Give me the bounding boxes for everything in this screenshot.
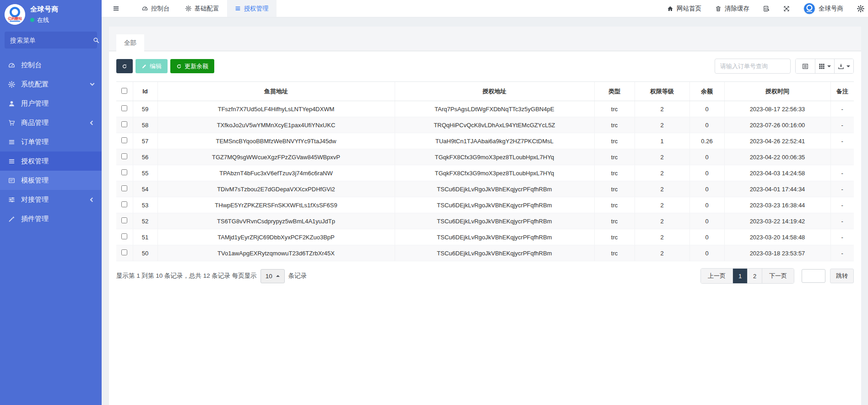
detail-view-button[interactable]: [796, 59, 815, 73]
table-header-row: Id 鱼苗地址 授权地址 类型 权限等级 余额 授权时间 备注: [116, 82, 854, 101]
fullscreen-button[interactable]: [783, 5, 790, 12]
page-size-select[interactable]: 10: [260, 269, 285, 283]
table-row[interactable]: 53 THwpE5YrZPKZERSFnSKXWFtLs1fXsSF6S9 TS…: [116, 197, 854, 213]
table-row[interactable]: 56 TGZ7MQ9sgWWcueXgzFPzZGVaw845WBpxvP TG…: [116, 149, 854, 165]
row-checkbox[interactable]: [121, 153, 127, 159]
cell-remark: [830, 149, 854, 165]
table-row[interactable]: 50 TVo1awApgEXRytzqmowuT23d6TZrbXr45X TS…: [116, 245, 854, 261]
app-status: 在线: [30, 16, 59, 24]
cell-auth-address: TGqkFX8Cfx3G9moX3pez8TLoubHpxL7HYq: [395, 149, 594, 165]
jump-page-input[interactable]: [802, 269, 825, 283]
avatar: [803, 3, 815, 15]
menu-search-input[interactable]: [10, 37, 93, 44]
table-row[interactable]: 51 TAMjd1yEyrZRjC69DbbXyxPCF2KZuo3BpP TS…: [116, 229, 854, 245]
row-checkbox[interactable]: [121, 249, 127, 255]
page-2-button[interactable]: 2: [747, 269, 762, 283]
tab-basic-config[interactable]: 基础配置: [178, 0, 227, 17]
tab-authorization[interactable]: 授权管理: [227, 0, 277, 17]
sliders-icon: [8, 196, 16, 203]
row-checkbox[interactable]: [121, 185, 127, 191]
search-icon[interactable]: [93, 37, 99, 43]
export-button[interactable]: [834, 59, 853, 73]
cell-auth-address: TGqkFX8Cfx3G9moX3pez8TLoubHpxL7HYq: [395, 165, 594, 181]
cell-permission-level: 2: [635, 101, 689, 117]
update-balance-button[interactable]: 更新余额: [170, 59, 214, 73]
user-menu[interactable]: 全球号商: [803, 3, 843, 15]
app-logo[interactable]: 亿码糖站: [5, 4, 25, 25]
column-header-auth-time[interactable]: 授权时间: [724, 82, 830, 101]
edit-button[interactable]: 编辑: [136, 59, 168, 73]
column-header-fry-address[interactable]: 鱼苗地址: [157, 82, 395, 101]
home-icon: [667, 5, 673, 12]
select-all-checkbox[interactable]: [121, 88, 127, 94]
tab-dashboard[interactable]: 控制台: [134, 0, 178, 17]
table-row[interactable]: 52 TS6TG8vVRvnCsdprypyz5wBmL4A1yuJdTp TS…: [116, 213, 854, 229]
row-checkbox[interactable]: [121, 121, 127, 127]
table-tools: [795, 59, 854, 74]
cart-icon: [8, 119, 16, 126]
sidebar-item[interactable]: 控制台: [0, 55, 102, 75]
clear-cache-button[interactable]: 清除缓存: [715, 5, 749, 13]
column-header-permission-level[interactable]: 权限等级: [635, 82, 689, 101]
refresh-button[interactable]: [116, 59, 133, 73]
sidebar-item[interactable]: 用户管理: [0, 94, 102, 113]
table-row[interactable]: 55 TPAbznT4bFuc3xV6efTzuv3j74m6c6raNW TG…: [116, 165, 854, 181]
column-header-type[interactable]: 类型: [594, 82, 635, 101]
refresh-page-button[interactable]: [763, 5, 770, 12]
column-header-id[interactable]: Id: [133, 82, 157, 101]
row-checkbox[interactable]: [121, 201, 127, 207]
cell-remark: -: [830, 101, 854, 117]
sidebar-header: 亿码糖站 全球号商 在线: [0, 0, 102, 27]
cell-auth-address: TRQqHiPCvQcK8vLDhAxL94YtEMcGZYcL5Z: [395, 117, 594, 133]
sidebar-item[interactable]: 商品管理: [0, 113, 102, 132]
cell-type: trc: [594, 197, 635, 213]
detail-view-icon: [802, 63, 808, 70]
sidebar-item[interactable]: 插件管理: [0, 209, 102, 228]
sidebar-item[interactable]: 模板管理: [0, 171, 102, 190]
prev-page-button[interactable]: 上一页: [701, 269, 732, 283]
row-checkbox[interactable]: [121, 233, 127, 239]
sidebar-item[interactable]: 订单管理: [0, 132, 102, 151]
table-row[interactable]: 59 TFszfn7X7Ud5oLF4HifhyLsLNTYep4DXWM TA…: [116, 101, 854, 117]
cell-fry-address: TDivM7sTzbou2E7dGDepaVXXcxPDHfGVi2: [157, 181, 395, 197]
row-checkbox[interactable]: [121, 105, 127, 111]
sidebar-toggle-button[interactable]: [102, 0, 128, 17]
topbar-tabs: 控制台 基础配置 授权管理: [134, 0, 277, 17]
column-header-balance[interactable]: 余额: [689, 82, 724, 101]
cell-permission-level: 2: [635, 165, 689, 181]
columns-button[interactable]: [815, 59, 834, 73]
cell-id: 53: [133, 197, 157, 213]
order-search-input[interactable]: [715, 59, 791, 74]
cell-id: 55: [133, 165, 157, 181]
sidebar-item[interactable]: 授权管理: [0, 151, 102, 171]
cell-remark: -: [830, 165, 854, 181]
cell-type: trc: [594, 181, 635, 197]
table-row[interactable]: 57 TEMSncBYqooBBMfzWeBNVYfYc9TtaJ45dw TU…: [116, 133, 854, 149]
caret-down-icon: [846, 65, 850, 67]
online-status-label: 在线: [37, 16, 49, 24]
list-icon: [8, 139, 16, 146]
column-header-auth-address[interactable]: 授权地址: [395, 82, 594, 101]
cell-type: trc: [594, 117, 635, 133]
app-title: 全球号商: [30, 5, 59, 14]
column-header-remark[interactable]: 备注: [830, 82, 854, 101]
cell-permission-level: 2: [635, 181, 689, 197]
table-row[interactable]: 54 TDivM7sTzbou2E7dGDepaVXXcxPDHfGVi2 TS…: [116, 181, 854, 197]
cell-type: trc: [594, 133, 635, 149]
site-home-link[interactable]: 网站首页: [667, 5, 701, 13]
table-row[interactable]: 58 TXfkoJo2uV5wYMMnXcyE1pax4UfiYNxUKC TR…: [116, 117, 854, 133]
cell-fry-address: TEMSncBYqooBBMfzWeBNVYfYc9TtaJ45dw: [157, 133, 395, 149]
tab-all[interactable]: 全部: [116, 34, 144, 51]
jump-button[interactable]: 跳转: [830, 269, 854, 283]
settings-menu[interactable]: [857, 5, 864, 12]
row-checkbox[interactable]: [121, 137, 127, 143]
sidebar-item[interactable]: 系统配置: [0, 75, 102, 94]
sidebar-item[interactable]: 对接管理: [0, 190, 102, 209]
refresh-icon: [122, 64, 127, 69]
next-page-button[interactable]: 下一页: [762, 269, 794, 283]
cell-balance: 0: [689, 213, 724, 229]
dashboard-icon: [8, 62, 16, 69]
row-checkbox[interactable]: [121, 217, 127, 223]
row-checkbox[interactable]: [121, 169, 127, 175]
page-1-button[interactable]: 1: [732, 269, 747, 283]
